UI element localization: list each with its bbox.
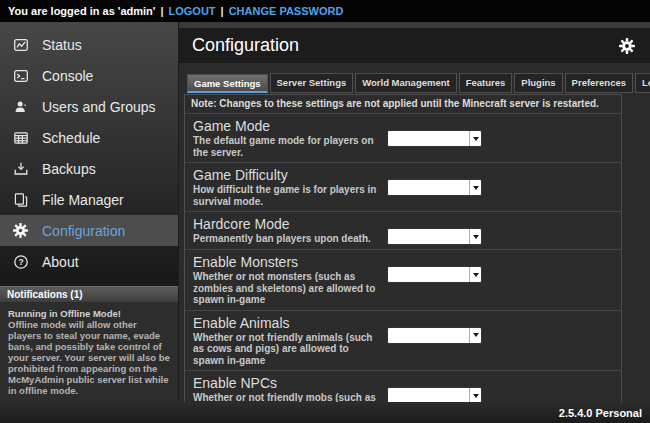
sidebar-item-label: Console [42,68,93,84]
main-header: Configuration [179,28,650,63]
sidebar-item-configuration[interactable]: Configuration [0,215,178,246]
sidebar-item-label: Status [42,37,82,53]
sidebar-item-label: Schedule [42,130,100,146]
setting-description: The default game mode for players on the… [193,135,381,158]
setting-row-enable-animals: Enable Animals Whether or not friendly a… [185,311,621,372]
tab-world-management[interactable]: World Management [355,73,456,93]
sidebar-item-about[interactable]: ? About [0,246,178,277]
console-icon [12,67,29,84]
chevron-down-icon [469,180,481,195]
sidebar-item-schedule[interactable]: Schedule [0,122,178,153]
separator: | [160,5,163,17]
setting-row-game-difficulty: Game Difficulty How difficult the game i… [185,163,621,212]
setting-row-hardcore-mode: Hardcore Mode Permanently ban players up… [185,212,621,250]
logged-in-text: You are logged in as 'admin' [8,5,155,17]
sidebar-item-label: About [42,254,79,270]
tab-server-settings[interactable]: Server Settings [270,73,354,93]
tab-plugins[interactable]: Plugins [514,73,562,93]
hardcore-mode-select[interactable] [387,228,482,245]
game-difficulty-select[interactable] [387,179,482,196]
chevron-down-icon [469,328,481,343]
notification-title: Running in Offline Mode! [8,308,170,319]
sidebar-item-label: Backups [42,161,96,177]
tab-preferences[interactable]: Preferences [565,73,633,93]
version-label: 2.5.4.0 Personal [559,407,642,419]
setting-name: Game Difficulty [193,167,381,183]
separator: | [221,5,224,17]
game-settings-panel: Note: Changes to these settings are not … [184,94,622,402]
sidebar-item-backups[interactable]: Backups [0,153,178,184]
logout-link[interactable]: LOGOUT [169,5,216,17]
svg-text:?: ? [18,257,23,267]
chevron-down-icon [469,229,481,244]
sidebar-item-users-and-groups[interactable]: Users and Groups [0,91,178,122]
status-chart-icon [12,36,29,53]
tab-login-users[interactable]: Login Users [635,73,650,93]
setting-name: Game Mode [193,118,381,134]
restart-note: Note: Changes to these settings are not … [185,95,621,114]
config-tabs: Game Settings Server Settings World Mana… [187,73,650,93]
schedule-icon [12,129,29,146]
setting-row-enable-npcs: Enable NPCs Whether or not friendly mobs… [185,371,621,402]
setting-name: Enable Animals [193,315,381,331]
backups-download-icon [12,160,29,177]
setting-description: Whether or not monsters (such as zombies… [193,271,381,306]
sidebar: Status Console Users and Groups [0,22,178,402]
setting-description: Whether or not friendly mobs (such as vi… [193,392,381,402]
chevron-down-icon [469,131,481,146]
footer-bar: 2.5.4.0 Personal [0,402,650,423]
notifications-body: Running in Offline Mode! Offline mode wi… [0,302,178,402]
chevron-down-icon [469,267,481,282]
enable-npcs-select[interactable] [387,387,482,402]
main-panel: Configuration [178,22,650,402]
notifications-header[interactable]: Notifications (1) [0,286,178,302]
users-icon [12,98,29,115]
settings-gear-button[interactable] [617,36,637,56]
enable-monsters-select[interactable] [387,266,482,283]
change-password-link[interactable]: CHANGE PASSWORD [229,5,344,17]
setting-row-enable-monsters: Enable Monsters Whether or not monsters … [185,250,621,311]
page-title: Configuration [192,35,617,56]
gear-icon [618,37,636,55]
setting-name: Hardcore Mode [193,216,381,232]
notifications-header-label: Notifications (1) [7,289,83,300]
chevron-down-icon [469,388,481,402]
notification-text: Offline mode will allow other players to… [8,319,170,396]
enable-animals-select[interactable] [387,327,482,344]
sidebar-item-file-manager[interactable]: File Manager [0,184,178,215]
file-pages-icon [12,191,29,208]
setting-description: Permanently ban players upon death. [193,233,381,245]
top-bar: You are logged in as 'admin' | LOGOUT | … [0,0,650,22]
setting-description: How difficult the game is for players in… [193,184,381,207]
game-mode-select[interactable] [387,130,482,147]
setting-description: Whether or not friendly animals (such as… [193,332,381,367]
sidebar-item-status[interactable]: Status [0,29,178,60]
sidebar-item-label: Users and Groups [42,99,156,115]
tab-game-settings[interactable]: Game Settings [187,74,268,93]
sidebar-item-label: File Manager [42,192,124,208]
gear-icon [12,222,29,239]
sidebar-item-label: Configuration [42,223,125,239]
question-circle-icon: ? [12,253,29,270]
setting-row-game-mode: Game Mode The default game mode for play… [185,114,621,163]
tab-features[interactable]: Features [459,73,513,93]
sidebar-item-console[interactable]: Console [0,60,178,91]
setting-name: Enable NPCs [193,375,381,391]
setting-name: Enable Monsters [193,254,381,270]
sidebar-menu: Status Console Users and Groups [0,22,178,286]
